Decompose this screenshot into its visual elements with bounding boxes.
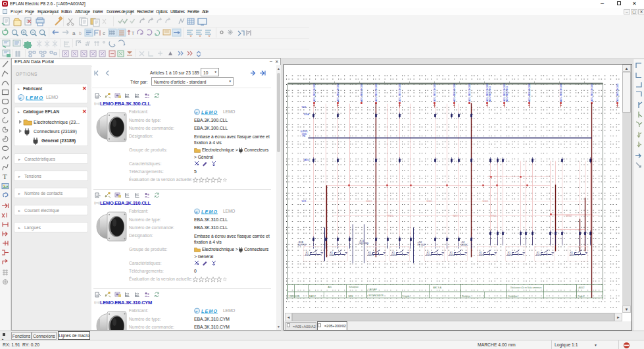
svg-text:Page 2: Page 2 (578, 295, 585, 298)
svg-text:W11: W11 (302, 106, 307, 109)
svg-text:300A: 300A (304, 113, 310, 116)
svg-text:Obcluurwe s Dz m Suku ummmuru: Obcluurwe s Dz m Suku ummmuru (510, 286, 542, 289)
svg-text:Aide: Aide (202, 9, 209, 14)
svg-text:Général (23189): Général (23189) (41, 138, 76, 144)
svg-text:-A05-SB3:3K300: -A05-SB3:3K300 (399, 84, 401, 103)
svg-text:LA05/AP: LA05/AP (369, 288, 377, 291)
svg-text:-A05-SB3:3K300: -A05-SB3:3K300 (313, 84, 316, 103)
svg-text:-A05-SB3:3K300: -A05-SB3:3K300 (468, 84, 471, 103)
svg-text:LEMO: LEMO (201, 209, 218, 214)
svg-text:400V: 400V (426, 254, 432, 257)
svg-text:W401: W401 (427, 200, 433, 203)
svg-text:Utilitaires: Utilitaires (170, 9, 185, 14)
svg-text:24VDC: 24VDC (461, 244, 468, 246)
svg-text:W401: W401 (366, 200, 372, 203)
svg-text:GROUND: GROUND (359, 242, 370, 245)
svg-text:-A05-SB3:3K300: -A05-SB3:3K300 (453, 84, 456, 103)
svg-text:W401: W401 (387, 215, 393, 217)
svg-text:+A00/2: +A00/2 (578, 286, 585, 289)
svg-text:Projet: Projet (11, 9, 22, 14)
svg-text:Rempl.par: Rempl.par (508, 295, 518, 298)
svg-text:DATE: DATE (310, 295, 315, 298)
svg-text:a: a (72, 30, 76, 36)
svg-text:Trier par:: Trier par: (130, 80, 148, 85)
svg-text:-A05-SB3:3K300: -A05-SB3:3K300 (360, 84, 363, 103)
svg-text:Rempl.pr: Rempl.pr (462, 295, 471, 298)
svg-text:400V: 400V (449, 254, 455, 257)
svg-text:PE SUP: PE SUP (418, 244, 426, 246)
svg-text:W401: W401 (491, 215, 497, 217)
svg-text:Connecteurs (23189): Connecteurs (23189) (34, 129, 77, 134)
svg-text:REVISION: REVISION (290, 295, 300, 298)
svg-text:Espace layout: Espace layout (37, 9, 59, 14)
svg-text:(A05): (A05) (304, 159, 310, 161)
svg-text:Edition: Edition (61, 9, 72, 14)
svg-text:A05: A05 (328, 286, 332, 288)
svg-text:NOM: NOM (349, 295, 354, 298)
svg-text:W401: W401 (566, 215, 572, 217)
svg-text:MODIFICATION: MODIFICATION (369, 294, 384, 297)
svg-text:Electrotechnique (23...: Electrotechnique (23... (34, 120, 80, 125)
svg-text:400V: 400V (305, 254, 311, 257)
svg-text:SUPPLY: SUPPLY (298, 244, 307, 246)
svg-text:-A05-SB3:3K300: -A05-SB3:3K300 (337, 84, 339, 103)
svg-text:Insérer: Insérer (93, 9, 104, 14)
svg-text:-A05-SB3:3K300: -A05-SB3:3K300 (560, 84, 562, 103)
svg-text:-A05-SB3:3K300: -A05-SB3:3K300 (616, 84, 619, 103)
svg-text:T: T (132, 31, 135, 36)
svg-text:Schaltplan: Schaltplan (349, 286, 359, 288)
svg-text:PE: PE (303, 135, 306, 138)
svg-text:-A05-SB3:3K3: -A05-SB3:3K3 (506, 86, 508, 102)
svg-text:b: b (79, 31, 82, 36)
svg-text:400V: 400V (570, 254, 576, 257)
svg-text:Fenêtre: Fenêtre (187, 9, 199, 14)
svg-text:400V: 400V (391, 254, 397, 257)
svg-text:W11: W11 (302, 200, 307, 203)
svg-text:Page: Page (25, 9, 34, 14)
svg-text:LEMO: LEMO (201, 110, 218, 115)
svg-text:Affichage: Affichage (75, 9, 90, 14)
svg-text:-A05-SB3:3K300: -A05-SB3:3K300 (433, 84, 436, 103)
svg-text:-A05-SB3:3K300: -A05-SB3:3K300 (528, 84, 531, 103)
svg-text:Données de projet: Données de projet (107, 9, 134, 14)
svg-text:Rechercher: Rechercher (137, 9, 155, 14)
svg-text:LEMO: LEMO (201, 309, 218, 313)
svg-text:T: T (3, 173, 7, 180)
svg-text:400V: 400V (479, 254, 485, 257)
svg-text:Articles 1 à 10 sur 23 189: Articles 1 à 10 sur 23 189 (150, 70, 199, 75)
svg-text:Options: Options (156, 9, 168, 14)
svg-text:LEMO: LEMO (26, 95, 43, 101)
svg-text:Origine: Origine (403, 295, 410, 298)
svg-text:c: c (103, 30, 105, 36)
svg-text:400V: 400V (330, 254, 335, 257)
svg-text:-A05-SB3:3K300: -A05-SB3:3K300 (375, 84, 378, 103)
svg-text:400V: 400V (368, 254, 374, 257)
svg-text:W401: W401 (453, 215, 459, 217)
svg-text:ABC S.A.: ABC S.A. (433, 286, 442, 289)
svg-text:W401: W401 (483, 200, 489, 203)
svg-text:400V: 400V (536, 254, 542, 257)
svg-text:-A05-SB3:3K3: -A05-SB3:3K3 (489, 86, 491, 102)
svg-text:-A05-SB3:3K300: -A05-SB3:3K300 (591, 84, 593, 103)
svg-text:400V: 400V (507, 254, 513, 257)
